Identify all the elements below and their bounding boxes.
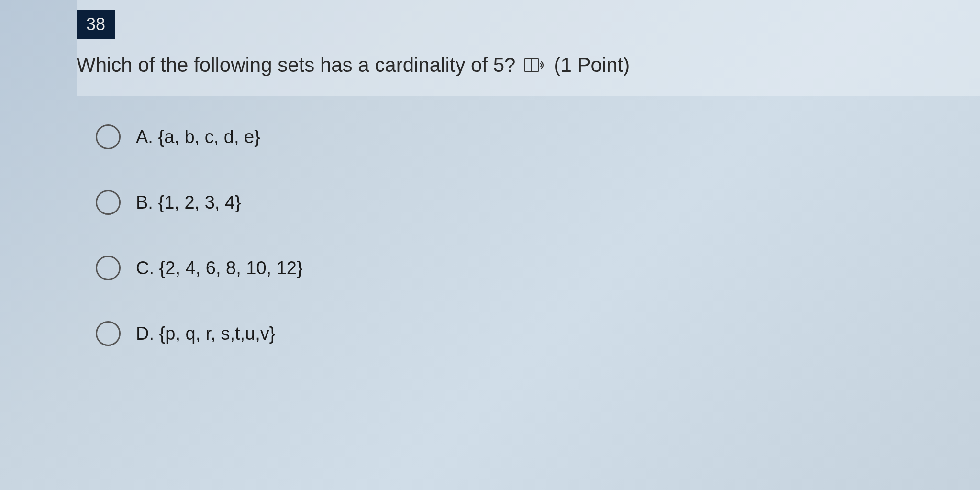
question-text: Which of the following sets has a cardin… [77, 54, 515, 77]
immersive-reader-icon[interactable] [524, 56, 545, 74]
option-a[interactable]: A. {a, b, c, d, e} [96, 124, 980, 149]
radio-button[interactable] [96, 190, 121, 215]
option-c[interactable]: C. {2, 4, 6, 8, 10, 12} [96, 256, 980, 280]
radio-button[interactable] [96, 124, 121, 149]
question-container: 38 Which of the following sets has a car… [0, 0, 980, 346]
option-label: C. {2, 4, 6, 8, 10, 12} [136, 258, 303, 278]
question-number: 38 [86, 14, 105, 34]
points-label: (1 Point) [554, 54, 630, 77]
options-list: A. {a, b, c, d, e} B. {1, 2, 3, 4} C. {2… [77, 124, 980, 346]
option-label: D. {p, q, r, s,t,u,v} [136, 323, 275, 344]
option-b[interactable]: B. {1, 2, 3, 4} [96, 190, 980, 215]
question-header: 38 Which of the following sets has a car… [77, 0, 980, 96]
option-label: A. {a, b, c, d, e} [136, 127, 260, 147]
option-d[interactable]: D. {p, q, r, s,t,u,v} [96, 321, 980, 346]
question-number-badge: 38 [77, 10, 115, 39]
question-text-row: Which of the following sets has a cardin… [77, 54, 980, 77]
option-label: B. {1, 2, 3, 4} [136, 192, 241, 213]
radio-button[interactable] [96, 321, 121, 346]
radio-button[interactable] [96, 256, 121, 280]
